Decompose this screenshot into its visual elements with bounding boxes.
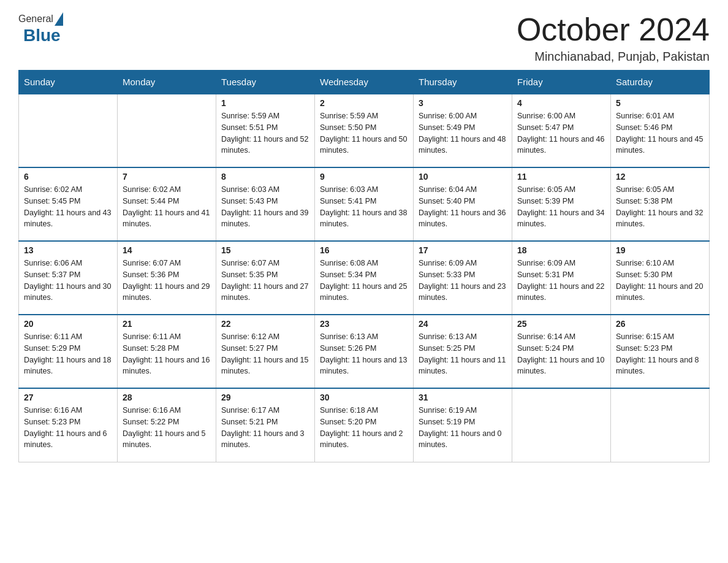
day-number: 16 xyxy=(320,245,408,255)
calendar-day-cell: 1Sunrise: 5:59 AMSunset: 5:51 PMDaylight… xyxy=(216,94,315,167)
day-info: Sunrise: 6:01 AMSunset: 5:46 PMDaylight:… xyxy=(616,110,704,156)
calendar-day-cell: 2Sunrise: 5:59 AMSunset: 5:50 PMDaylight… xyxy=(315,94,414,167)
day-info: Sunrise: 6:09 AMSunset: 5:31 PMDaylight:… xyxy=(517,258,605,304)
calendar-day-cell: 8Sunrise: 6:03 AMSunset: 5:43 PMDaylight… xyxy=(216,167,315,241)
day-info: Sunrise: 6:07 AMSunset: 5:35 PMDaylight:… xyxy=(221,258,309,304)
calendar-table: Sunday Monday Tuesday Wednesday Thursday… xyxy=(18,70,710,462)
day-info: Sunrise: 6:15 AMSunset: 5:23 PMDaylight:… xyxy=(616,331,704,377)
col-monday: Monday xyxy=(118,71,216,94)
day-number: 25 xyxy=(517,319,605,329)
calendar-day-cell: 5Sunrise: 6:01 AMSunset: 5:46 PMDaylight… xyxy=(611,94,710,167)
day-info: Sunrise: 5:59 AMSunset: 5:50 PMDaylight:… xyxy=(320,110,408,156)
day-info: Sunrise: 6:06 AMSunset: 5:37 PMDaylight:… xyxy=(24,258,112,304)
day-info: Sunrise: 6:19 AMSunset: 5:19 PMDaylight:… xyxy=(419,405,507,451)
logo-general-text: General xyxy=(18,13,53,25)
calendar-day-cell xyxy=(611,388,710,462)
day-number: 22 xyxy=(221,319,309,329)
day-number: 10 xyxy=(419,172,507,182)
day-number: 17 xyxy=(419,245,507,255)
day-number: 4 xyxy=(517,98,605,108)
day-info: Sunrise: 6:13 AMSunset: 5:25 PMDaylight:… xyxy=(419,331,507,377)
day-number: 18 xyxy=(517,245,605,255)
calendar-day-cell: 3Sunrise: 6:00 AMSunset: 5:49 PMDaylight… xyxy=(414,94,512,167)
calendar-day-cell: 22Sunrise: 6:12 AMSunset: 5:27 PMDayligh… xyxy=(216,315,315,388)
calendar-day-cell: 14Sunrise: 6:07 AMSunset: 5:36 PMDayligh… xyxy=(118,241,216,315)
title-area: October 2024 Minchianabad, Punjab, Pakis… xyxy=(517,12,710,64)
calendar-day-cell xyxy=(19,94,118,167)
day-number: 6 xyxy=(24,172,112,182)
calendar-week-row: 6Sunrise: 6:02 AMSunset: 5:45 PMDaylight… xyxy=(19,167,710,241)
day-number: 3 xyxy=(419,98,507,108)
day-info: Sunrise: 6:04 AMSunset: 5:40 PMDaylight:… xyxy=(419,184,507,230)
location-text: Minchianabad, Punjab, Pakistan xyxy=(517,50,710,64)
calendar-day-cell: 25Sunrise: 6:14 AMSunset: 5:24 PMDayligh… xyxy=(512,315,611,388)
calendar-day-cell: 18Sunrise: 6:09 AMSunset: 5:31 PMDayligh… xyxy=(512,241,611,315)
day-info: Sunrise: 6:13 AMSunset: 5:26 PMDaylight:… xyxy=(320,331,408,377)
col-sunday: Sunday xyxy=(19,71,118,94)
day-info: Sunrise: 6:05 AMSunset: 5:38 PMDaylight:… xyxy=(616,184,704,230)
day-info: Sunrise: 6:11 AMSunset: 5:29 PMDaylight:… xyxy=(24,331,112,377)
logo: General Blue xyxy=(18,12,64,45)
calendar-week-row: 20Sunrise: 6:11 AMSunset: 5:29 PMDayligh… xyxy=(19,315,710,388)
page-header: General Blue October 2024 Minchianabad, … xyxy=(18,12,710,64)
day-info: Sunrise: 6:12 AMSunset: 5:27 PMDaylight:… xyxy=(221,331,309,377)
day-number: 29 xyxy=(221,393,309,402)
calendar-week-row: 13Sunrise: 6:06 AMSunset: 5:37 PMDayligh… xyxy=(19,241,710,315)
day-number: 24 xyxy=(419,319,507,329)
day-info: Sunrise: 6:10 AMSunset: 5:30 PMDaylight:… xyxy=(616,258,704,304)
day-info: Sunrise: 6:02 AMSunset: 5:44 PMDaylight:… xyxy=(123,184,211,230)
logo-blue-text: Blue xyxy=(23,26,64,45)
day-number: 11 xyxy=(517,172,605,182)
logo-top: General xyxy=(18,12,64,26)
calendar-day-cell: 15Sunrise: 6:07 AMSunset: 5:35 PMDayligh… xyxy=(216,241,315,315)
day-info: Sunrise: 6:14 AMSunset: 5:24 PMDaylight:… xyxy=(517,331,605,377)
day-number: 20 xyxy=(24,319,112,329)
day-number: 26 xyxy=(616,319,704,329)
day-info: Sunrise: 6:16 AMSunset: 5:22 PMDaylight:… xyxy=(123,405,211,451)
calendar-day-cell xyxy=(118,94,216,167)
day-number: 9 xyxy=(320,172,408,182)
day-info: Sunrise: 6:02 AMSunset: 5:45 PMDaylight:… xyxy=(24,184,112,230)
col-friday: Friday xyxy=(512,71,611,94)
calendar-day-cell: 16Sunrise: 6:08 AMSunset: 5:34 PMDayligh… xyxy=(315,241,414,315)
day-info: Sunrise: 6:18 AMSunset: 5:20 PMDaylight:… xyxy=(320,405,408,451)
calendar-day-cell: 20Sunrise: 6:11 AMSunset: 5:29 PMDayligh… xyxy=(19,315,118,388)
day-number: 12 xyxy=(616,172,704,182)
calendar-day-cell: 26Sunrise: 6:15 AMSunset: 5:23 PMDayligh… xyxy=(611,315,710,388)
day-number: 5 xyxy=(616,98,704,108)
calendar-day-cell: 10Sunrise: 6:04 AMSunset: 5:40 PMDayligh… xyxy=(414,167,512,241)
day-info: Sunrise: 6:03 AMSunset: 5:43 PMDaylight:… xyxy=(221,184,309,230)
day-info: Sunrise: 5:59 AMSunset: 5:51 PMDaylight:… xyxy=(221,110,309,156)
calendar-day-cell: 30Sunrise: 6:18 AMSunset: 5:20 PMDayligh… xyxy=(315,388,414,462)
col-tuesday: Tuesday xyxy=(216,71,315,94)
col-thursday: Thursday xyxy=(414,71,512,94)
day-info: Sunrise: 6:09 AMSunset: 5:33 PMDaylight:… xyxy=(419,258,507,304)
day-info: Sunrise: 6:16 AMSunset: 5:23 PMDaylight:… xyxy=(24,405,112,451)
day-number: 31 xyxy=(419,393,507,402)
calendar-day-cell: 24Sunrise: 6:13 AMSunset: 5:25 PMDayligh… xyxy=(414,315,512,388)
calendar-header-row: Sunday Monday Tuesday Wednesday Thursday… xyxy=(19,71,710,94)
day-number: 28 xyxy=(123,393,211,402)
day-number: 14 xyxy=(123,245,211,255)
day-number: 23 xyxy=(320,319,408,329)
calendar-day-cell: 12Sunrise: 6:05 AMSunset: 5:38 PMDayligh… xyxy=(611,167,710,241)
day-info: Sunrise: 6:03 AMSunset: 5:41 PMDaylight:… xyxy=(320,184,408,230)
logo-arrow-icon xyxy=(55,12,63,26)
day-number: 8 xyxy=(221,172,309,182)
calendar-day-cell: 29Sunrise: 6:17 AMSunset: 5:21 PMDayligh… xyxy=(216,388,315,462)
calendar-day-cell: 27Sunrise: 6:16 AMSunset: 5:23 PMDayligh… xyxy=(19,388,118,462)
day-number: 1 xyxy=(221,98,309,108)
day-info: Sunrise: 6:11 AMSunset: 5:28 PMDaylight:… xyxy=(123,331,211,377)
calendar-day-cell xyxy=(512,388,611,462)
day-number: 30 xyxy=(320,393,408,402)
day-number: 21 xyxy=(123,319,211,329)
col-saturday: Saturday xyxy=(611,71,710,94)
day-number: 15 xyxy=(221,245,309,255)
calendar-day-cell: 4Sunrise: 6:00 AMSunset: 5:47 PMDaylight… xyxy=(512,94,611,167)
day-info: Sunrise: 6:17 AMSunset: 5:21 PMDaylight:… xyxy=(221,405,309,451)
calendar-day-cell: 23Sunrise: 6:13 AMSunset: 5:26 PMDayligh… xyxy=(315,315,414,388)
day-number: 2 xyxy=(320,98,408,108)
day-number: 7 xyxy=(123,172,211,182)
day-number: 27 xyxy=(24,393,112,402)
calendar-week-row: 1Sunrise: 5:59 AMSunset: 5:51 PMDaylight… xyxy=(19,94,710,167)
